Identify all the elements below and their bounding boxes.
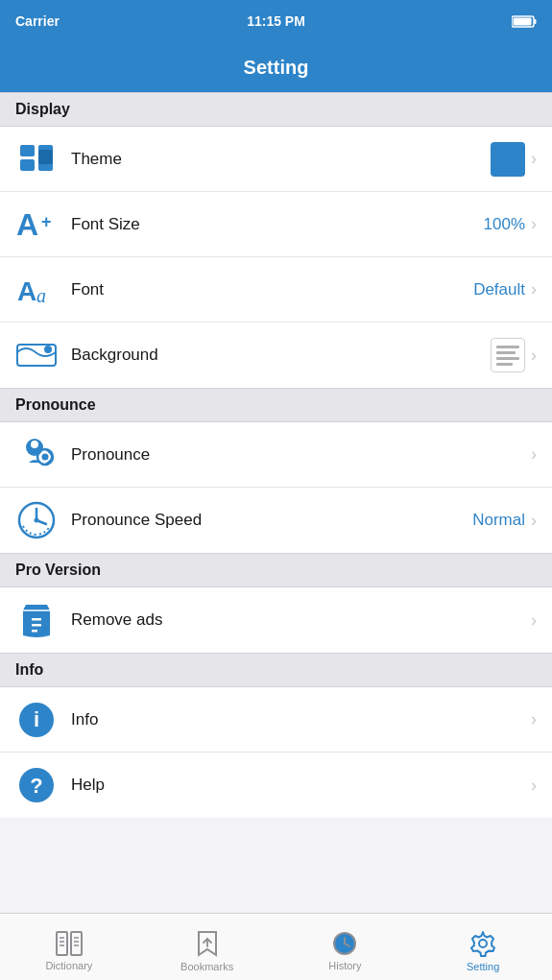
display-section-list: Theme › A + Font Size 100% › A a [0,127,552,388]
theme-chevron: › [531,149,537,169]
nav-title: Setting [244,57,309,79]
remove-ads-row[interactable]: Remove ads › [0,587,552,653]
dictionary-tab-label: Dictionary [45,960,92,971]
nav-bar: Setting [0,42,552,92]
svg-rect-2 [534,19,536,24]
background-value [491,338,525,372]
help-label: Help [71,776,531,795]
svg-point-18 [42,453,49,460]
remove-ads-label: Remove ads [71,610,531,630]
font-value: Default [473,280,525,299]
font-icon: A a [15,269,58,311]
info-chevron: › [531,709,537,729]
svg-text:a: a [36,285,46,306]
theme-row[interactable]: Theme › [0,127,552,192]
theme-icon [15,138,58,180]
section-pronounce-header: Pronounce [0,388,552,422]
font-size-chevron: › [531,214,537,234]
setting-tab-label: Setting [467,961,499,972]
battery-icon [512,15,537,28]
tab-dictionary[interactable]: Dictionary [0,914,138,980]
svg-text:+: + [41,212,52,231]
time-label: 11:15 PM [247,13,305,29]
tab-history[interactable]: History [276,914,415,980]
svg-point-40 [479,940,487,947]
pro-section-list: Remove ads › [0,587,552,653]
svg-text:?: ? [30,774,42,798]
font-size-row[interactable]: A + Font Size 100% › [0,192,552,257]
pronounce-speed-value: Normal [472,511,525,530]
svg-rect-4 [20,145,35,156]
status-bar: Carrier 11:15 PM [0,0,552,42]
svg-point-14 [44,346,52,353]
svg-rect-5 [20,159,35,171]
svg-text:A: A [16,207,38,242]
tab-bar: Dictionary Bookmarks History Setting [0,913,552,980]
bookmarks-tab-icon [196,930,219,957]
info-section-list: i Info › ? Help › [0,687,552,818]
font-size-label: Font Size [71,215,484,234]
svg-rect-8 [38,150,53,164]
tab-setting[interactable]: Setting [414,914,552,980]
font-size-value: 100% [484,215,525,234]
pronounce-speed-row[interactable]: Pronounce Speed Normal › [0,488,552,553]
svg-rect-23 [32,630,37,633]
remove-ads-chevron: › [531,610,537,631]
svg-rect-28 [57,932,67,955]
pronounce-label: Pronounce [71,445,531,465]
svg-rect-3 [513,17,531,25]
info-row[interactable]: i Info › [0,687,552,753]
help-icon: ? [15,764,58,806]
svg-point-20 [35,518,39,523]
theme-color-value [491,142,525,177]
bookmarks-tab-label: Bookmarks [180,961,233,972]
history-tab-label: History [328,960,361,971]
battery-area [512,15,537,28]
setting-tab-icon [469,930,496,957]
pronounce-speed-icon [15,499,58,541]
font-chevron: › [531,279,537,299]
background-label: Background [71,346,491,365]
pronounce-speed-label: Pronounce Speed [71,511,472,530]
svg-rect-29 [71,932,82,955]
svg-point-16 [31,441,38,448]
section-pro-header: Pro Version [0,553,552,587]
help-chevron: › [531,776,537,796]
tab-bookmarks[interactable]: Bookmarks [138,914,276,980]
font-label: Font [71,280,473,299]
info-icon: i [15,699,58,741]
remove-ads-icon [15,599,58,641]
settings-content: Display Theme › A + [0,92,552,913]
help-row[interactable]: ? Help › [0,753,552,818]
dictionary-tab-icon [56,931,83,956]
pronounce-icon [15,434,58,476]
svg-text:A: A [17,276,36,306]
background-icon [15,334,58,376]
font-row[interactable]: A a Font Default › [0,257,552,323]
section-info-header: Info [0,653,552,687]
background-chevron: › [531,346,537,366]
svg-text:i: i [34,707,39,731]
section-display-header: Display [0,92,552,127]
pronounce-speed-chevron: › [531,511,537,531]
background-row[interactable]: Background › [0,323,552,388]
pronounce-chevron: › [531,444,537,465]
info-label: Info [71,710,531,729]
svg-rect-21 [32,618,41,621]
history-tab-icon [332,931,357,956]
font-size-icon: A + [15,203,58,246]
svg-rect-22 [32,624,41,627]
carrier-label: Carrier [15,13,60,29]
theme-label: Theme [71,150,491,169]
pronounce-section-list: Pronounce › Pronounce Speed Normal › [0,422,552,553]
pronounce-row[interactable]: Pronounce › [0,422,552,488]
